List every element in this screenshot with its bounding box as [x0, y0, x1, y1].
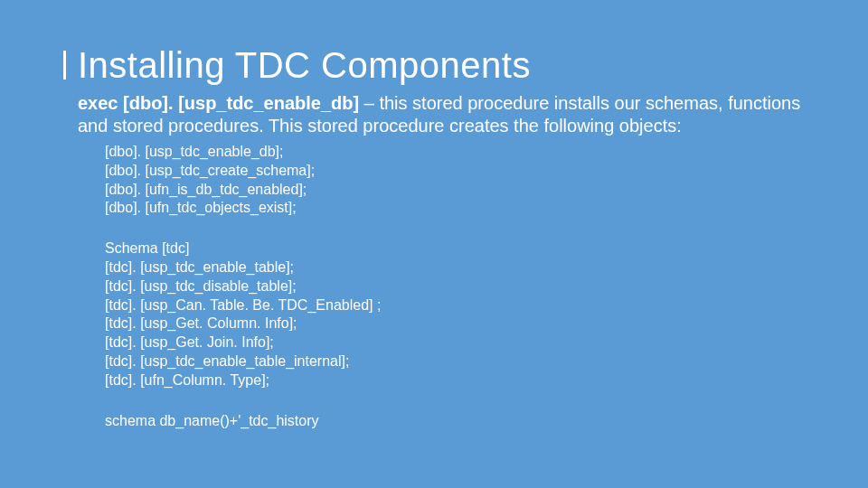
object-list-group-1: [dbo]. [usp_tdc_enable_db]; [dbo]. [usp_… [63, 143, 814, 218]
list-item: [tdc]. [usp_tdc_disable_table]; [105, 277, 814, 296]
list-item: [dbo]. [usp_tdc_create_schema]; [105, 162, 814, 181]
list-item: [tdc]. [usp_Get. Column. Info]; [105, 314, 814, 333]
spacer [63, 390, 814, 407]
list-item: schema db_name()+'_tdc_history [105, 412, 814, 431]
title-accent-bar [63, 51, 66, 80]
list-item: [dbo]. [ufn_tdc_objects_exist]; [105, 199, 814, 218]
spacer [63, 218, 814, 234]
list-item: [tdc]. [usp_tdc_enable_table_internal]; [105, 352, 814, 371]
intro-paragraph: exec [dbo]. [usp_tdc_enable_db] – this s… [63, 92, 814, 137]
list-item: [tdc]. [usp_tdc_enable_table]; [105, 258, 814, 277]
list-item: Schema [tdc] [105, 239, 814, 258]
slide: Installing TDC Components exec [dbo]. [u… [0, 0, 868, 488]
list-item: [tdc]. [ufn_Column. Type]; [105, 371, 814, 390]
list-item: [dbo]. [usp_tdc_enable_db]; [105, 143, 814, 162]
title-wrap: Installing TDC Components [63, 45, 814, 85]
slide-title: Installing TDC Components [78, 45, 814, 85]
list-item: [tdc]. [usp_Can. Table. Be. TDC_Enabled]… [105, 296, 814, 315]
intro-command: exec [dbo]. [usp_tdc_enable_db] [78, 93, 359, 113]
list-item: [dbo]. [ufn_is_db_tdc_enabled]; [105, 181, 814, 200]
object-list-group-2: Schema [tdc] [tdc]. [usp_tdc_enable_tabl… [63, 239, 814, 389]
object-list-group-3: schema db_name()+'_tdc_history [63, 412, 814, 431]
list-item: [tdc]. [usp_Get. Join. Info]; [105, 333, 814, 352]
